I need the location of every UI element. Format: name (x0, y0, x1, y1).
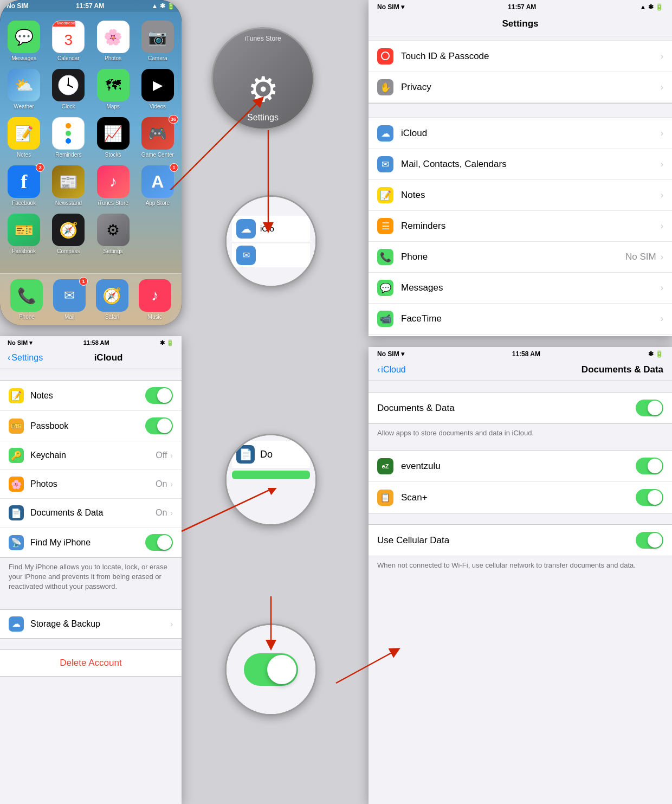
cellular-toggle[interactable] (636, 532, 663, 549)
app-passbook[interactable]: 🎫 Passbook (5, 214, 42, 254)
passbook-icon: 🎫 (9, 419, 24, 434)
app-notes[interactable]: 📝 Notes (5, 117, 42, 158)
delete-account-button[interactable]: Delete Account (60, 658, 121, 668)
row-notes[interactable]: 📝 Notes (0, 381, 182, 411)
scanplus-toggle[interactable] (636, 489, 663, 506)
row-scanplus[interactable]: 📋 Scan+ (369, 482, 672, 513)
delete-account-section: Delete Account (0, 649, 182, 677)
dock: 📞 Phone ✉ 1 Mail 🧭 Safari ♪ Music (0, 273, 182, 325)
row-passbook[interactable]: 🎫 Passbook (0, 411, 182, 441)
app-gamecenter[interactable]: 🎮 36 Game Center (139, 117, 176, 158)
doc-zoom-icon: 📄 (236, 445, 255, 464)
row-phone3[interactable]: 📞 Phone No SIM › (369, 242, 672, 273)
documents-arrow: › (170, 509, 173, 517)
phone3-settings-main: No SIM ▾ 11:57 AM ▲ ✱ 🔋 Settings Touch I… (369, 0, 672, 336)
back-button-2[interactable]: ‹ Settings (8, 353, 43, 363)
badge-gamecenter: 36 (169, 115, 178, 124)
storage-section: ☁ Storage & Backup › (0, 609, 182, 639)
dock-music[interactable]: ♪ Music (139, 279, 171, 320)
row-eventzulu[interactable]: eZ eventzulu (369, 451, 672, 482)
app-facebook[interactable]: f 3 Facebook (5, 165, 42, 206)
touchid-icon (377, 48, 393, 65)
row-cellular[interactable]: Use Cellular Data (369, 525, 672, 556)
nav-bar-4: ‹ iCloud Documents & Data (369, 361, 672, 381)
cellular-section: Use Cellular Data (369, 524, 672, 556)
app-messages[interactable]: 💬 Messages (5, 21, 42, 61)
findmy-description: Find My iPhone allows you to locate, loc… (0, 558, 182, 601)
row-reminders3[interactable]: ☰ Reminders › (369, 211, 672, 242)
photos-icon: 🌸 (9, 477, 24, 492)
svg-point-3 (67, 84, 69, 86)
phone1-homescreen: No SIM 11:57 AM ▲ ✱ 🔋 💬 Messages Wednesd… (0, 0, 182, 325)
nav-bar-2: ‹ Settings iCloud (0, 349, 182, 369)
dock-safari[interactable]: 🧭 Safari (96, 279, 128, 320)
row-maps3[interactable]: 🗺 Maps › (369, 335, 672, 336)
mail-icon: ✉ (377, 156, 393, 172)
scanplus-icon: 📋 (377, 490, 393, 506)
status-bar-2: No SIM ▾ 11:58 AM ✱ 🔋 (0, 336, 182, 349)
phone1-screen: No SIM 11:57 AM ▲ ✱ 🔋 💬 Messages Wednesd… (0, 0, 182, 325)
keychain-icon: 🔑 (9, 448, 24, 463)
back-button-4[interactable]: ‹ iCloud (377, 365, 406, 375)
keychain-arrow: › (170, 451, 173, 460)
photos-arrow: › (170, 480, 173, 488)
carrier-2: No SIM ▾ (8, 339, 33, 346)
dock-phone[interactable]: 📞 Phone (10, 279, 43, 320)
app-camera[interactable]: 📷 Camera (139, 21, 176, 61)
app-maps[interactable]: 🗺 Maps (95, 69, 132, 110)
app-photos[interactable]: 🌸 Photos (95, 21, 132, 61)
badge-appstore: 1 (170, 163, 178, 172)
storage-icon: ☁ (9, 616, 24, 632)
icloud-settings-list: 📝 Notes 🎫 Passbook 🔑 Keychain Off › 🌸 Ph… (0, 380, 182, 558)
status-bar-4: No SIM ▾ 11:58 AM ✱ 🔋 (369, 347, 672, 361)
notes-toggle[interactable] (145, 387, 173, 404)
status-bar-3: No SIM ▾ 11:57 AM ▲ ✱ 🔋 (369, 0, 672, 14)
row-storage[interactable]: ☁ Storage & Backup › (0, 610, 182, 638)
row-keychain[interactable]: 🔑 Keychain Off › (0, 441, 182, 470)
row-notes3[interactable]: 📝 Notes › (369, 180, 672, 211)
app-settings[interactable]: ⚙ Settings (95, 214, 132, 254)
phone4-documents: No SIM ▾ 11:58 AM ✱ 🔋 ‹ iCloud Documents… (369, 347, 672, 804)
row-touchid[interactable]: Touch ID & Passcode › (369, 41, 672, 72)
row-findmy[interactable]: 📡 Find My iPhone (0, 528, 182, 557)
badge-mail: 1 (79, 277, 88, 286)
app-calendar[interactable]: Wednesday 3 Calendar (50, 21, 87, 61)
row-mail[interactable]: ✉ Mail, Contacts, Calendars › (369, 149, 672, 180)
findmy-toggle[interactable] (145, 534, 173, 551)
icloud-zoom-icon: ☁ (236, 219, 256, 239)
nav-title-2: iCloud (43, 352, 174, 363)
row-doc-main[interactable]: Documents & Data (369, 393, 672, 423)
battery-1: ▲ ✱ 🔋 (151, 2, 175, 10)
phone2-icloud-settings: No SIM ▾ 11:58 AM ✱ 🔋 ‹ Settings iCloud … (0, 336, 182, 804)
passbook-toggle[interactable] (145, 417, 173, 434)
zoom-toggle-control[interactable] (244, 653, 298, 686)
app-weather[interactable]: ⛅ Weather (5, 69, 42, 110)
dock-mail[interactable]: ✉ 1 Mail (53, 279, 86, 320)
row-icloud[interactable]: ☁ iCloud › (369, 118, 672, 149)
eventzulu-toggle[interactable] (636, 458, 663, 474)
doc-main-toggle[interactable] (636, 400, 663, 416)
phone3-icon: 📞 (377, 249, 393, 265)
app-appstore[interactable]: A 1 App Store (139, 165, 176, 206)
zoom-doc-circle: 📄 Do (225, 434, 317, 526)
app-clock[interactable]: Clock (50, 69, 87, 110)
time-1: 11:57 AM (76, 2, 104, 10)
badge-facebook: 3 (36, 163, 44, 172)
app-videos[interactable]: ▶ Videos (139, 69, 176, 110)
row-privacy[interactable]: ✋ Privacy › (369, 72, 672, 103)
zoom-icloud-circle: ☁ iClo ✉ (225, 195, 317, 287)
row-photos[interactable]: 🌸 Photos On › (0, 470, 182, 499)
row-messages3[interactable]: 💬 Messages › (369, 273, 672, 304)
row-documents[interactable]: 📄 Documents & Data On › (0, 499, 182, 528)
app-reminders[interactable]: Reminders (50, 117, 87, 158)
documents-icon: 📄 (9, 505, 24, 520)
notes3-icon: 📝 (377, 187, 393, 203)
app-itunes[interactable]: ♪ iTunes Store (95, 165, 132, 206)
app-stocks[interactable]: 📈 Stocks (95, 117, 132, 158)
eventzulu-icon: eZ (377, 458, 393, 474)
icloud-icon: ☁ (377, 125, 393, 141)
row-facetime[interactable]: 📹 FaceTime › (369, 304, 672, 335)
app-compass[interactable]: 🧭 Compass (50, 214, 87, 254)
section-divider-1 (369, 103, 672, 118)
app-newsstand[interactable]: 📰 Newsstand (50, 165, 87, 206)
